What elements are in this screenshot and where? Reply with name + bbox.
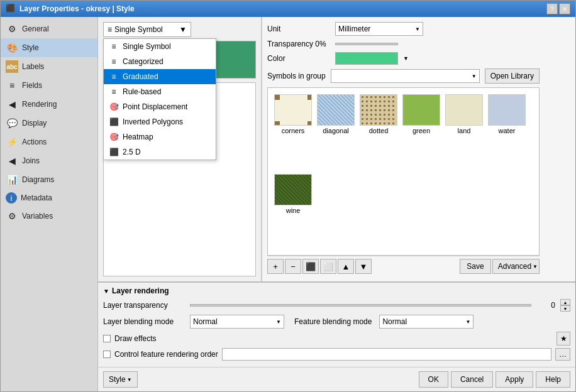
section-collapse-icon[interactable]: ▼ [103,288,109,295]
menu-item-graduated[interactable]: ≡ Graduated [104,69,216,84]
symbols-group-select[interactable]: ▼ [331,69,480,83]
renderer-dropdown[interactable]: ≡ Single Symbol ▼ [103,22,191,37]
control-order-checkbox[interactable] [103,351,111,358]
window-icon: ⬛ [6,4,16,14]
transparency-spin-down[interactable]: ▼ [560,305,570,312]
draw-effects-checkbox[interactable] [103,335,111,342]
sidebar-item-general[interactable]: ⚙ General [1,19,97,38]
menu-item-rule-based[interactable]: ≡ Rule-based [104,84,216,99]
symbol-cell-water[interactable]: water [487,93,527,170]
dropdown-arrow-icon: ▼ [179,25,187,34]
sidebar-item-fields[interactable]: ≡ Fields [1,76,97,95]
open-library-button[interactable]: Open Library [485,68,540,84]
sidebar-item-joins[interactable]: ◀ Joins [1,151,97,170]
sidebar-label-style: Style [22,43,39,52]
sidebar-item-rendering[interactable]: ◀ Rendering [1,95,97,114]
inverted-polygons-menu-icon: ⬛ [109,117,119,127]
add-button[interactable]: + [267,259,284,274]
draw-effects-star-button[interactable]: ★ [557,332,570,346]
color-swatch[interactable] [335,52,398,65]
sidebar-label-general: General [22,24,49,33]
feature-blend-value: Normal [382,317,407,326]
sidebar-label-variables: Variables [22,212,53,220]
sidebar-label-joins: Joins [22,156,40,165]
section-header: ▼ Layer rendering [103,286,570,295]
ok-button[interactable]: OK [419,371,448,388]
menu-label-categorized: Categorized [123,57,163,66]
style-label: Style [109,375,126,384]
copy-button[interactable]: ⬜ [320,259,336,274]
svg-rect-2 [307,95,312,100]
title-bar-left: ⬛ Layer Properties - okresy | Style [6,4,135,14]
unit-select[interactable]: Millimeter ▼ [335,22,423,36]
symbol-swatch-diagonal [317,94,355,126]
sidebar-label-display: Display [22,119,47,128]
layer-transparency-row: Layer transparency 0 ▲ ▼ [103,299,570,312]
general-icon: ⚙ [6,23,18,35]
symbol-cell-land[interactable]: land [444,93,484,170]
renderer-icon: ≡ [108,25,112,34]
color-row: Color ▼ [267,52,540,65]
apply-button[interactable]: Apply [496,371,533,388]
feature-blend-select[interactable]: Normal ▼ [379,315,474,329]
feature-blend-label: Feature blending mode [294,317,372,326]
cancel-button[interactable]: Cancel [451,371,493,388]
duplicate-button[interactable]: ⬛ [302,259,319,274]
menu-item-single-symbol[interactable]: ≡ Single Symbol [104,39,216,54]
advanced-button[interactable]: Advanced ▼ [492,259,540,274]
main-content: ⚙ General 🎨 Style abc Labels ≡ Fields ◀ … [1,17,575,391]
bottom-bar: Style ▼ OK Cancel Apply Help [98,367,575,391]
menu-item-inverted-polygons[interactable]: ⬛ Inverted Polygons [104,114,216,129]
right-panel: ≡ Single Symbol ▼ ≡ Single Symbol ≡ [98,17,575,391]
layer-transparency-label: Layer transparency [103,301,185,310]
layer-transparency-slider[interactable] [190,304,531,307]
sidebar-item-actions[interactable]: ⚡ Actions [1,133,97,151]
sidebar-label-rendering: Rendering [22,100,57,109]
title-bar: ⬛ Layer Properties - okresy | Style ? ✕ [1,1,575,17]
sidebar-item-variables[interactable]: ⚙ Variables [1,207,97,226]
sidebar-label-labels: Labels [22,62,44,71]
symbol-cell-dotted[interactable]: dotted [358,93,399,170]
sidebar-item-metadata[interactable]: i Metadata [1,189,97,207]
save-button[interactable]: Save [460,259,490,274]
metadata-icon: i [6,192,17,204]
sidebar-item-diagrams[interactable]: 📊 Diagrams [1,170,97,189]
layer-blend-select[interactable]: Normal ▼ [190,315,284,329]
unit-dropdown-arrow-icon: ▼ [415,26,420,32]
close-title-btn[interactable]: ✕ [559,3,570,14]
style-button[interactable]: Style ▼ [103,371,138,388]
menu-item-categorized[interactable]: ≡ Categorized [104,54,216,69]
props-panel: Unit Millimeter ▼ Transparency 0% Color [262,17,545,281]
color-dropdown-arrow-icon[interactable]: ▼ [403,55,409,62]
sidebar-item-style[interactable]: 🎨 Style [1,38,97,57]
svg-rect-1 [275,95,280,100]
diagrams-icon: 📊 [6,173,18,186]
heatmap-menu-icon: 🎯 [109,132,119,142]
sidebar-item-display[interactable]: 💬 Display [1,114,97,133]
symbol-cell-corners[interactable]: corners [273,93,313,170]
move-up-button[interactable]: ▲ [338,259,354,274]
remove-button[interactable]: − [285,259,301,274]
symbol-cell-diagonal[interactable]: diagonal [316,93,356,170]
menu-item-2-5-d[interactable]: ⬛ 2.5 D [104,144,216,160]
control-order-dots-button[interactable]: … [555,348,570,361]
color-label: Color [267,54,330,63]
sidebar-item-labels[interactable]: abc Labels [1,57,97,76]
menu-item-point-displacement[interactable]: 🎯 Point Displacement [104,99,216,114]
help-title-btn[interactable]: ? [546,3,558,14]
style-icon: 🎨 [6,41,18,54]
symbols-group-label: Symbols in group [267,72,326,80]
symbol-cell-green[interactable]: green [401,93,441,170]
symbol-cell-wine[interactable]: wine [273,173,313,250]
menu-item-heatmap[interactable]: 🎯 Heatmap [104,129,216,144]
move-down-button[interactable]: ▼ [355,259,372,274]
transparency-spin-up[interactable]: ▲ [560,299,570,305]
main-window: ⬛ Layer Properties - okresy | Style ? ✕ … [0,0,576,392]
transparency-slider[interactable] [335,43,398,45]
help-button[interactable]: Help [536,371,570,388]
control-order-input[interactable] [222,348,551,361]
sidebar: ⚙ General 🎨 Style abc Labels ≡ Fields ◀ … [1,17,98,391]
symbol-label-dotted: dotted [369,127,389,134]
blend-mode-row: Layer blending mode Normal ▼ Feature ble… [103,315,570,329]
blend-mode-label: Layer blending mode [103,317,185,326]
